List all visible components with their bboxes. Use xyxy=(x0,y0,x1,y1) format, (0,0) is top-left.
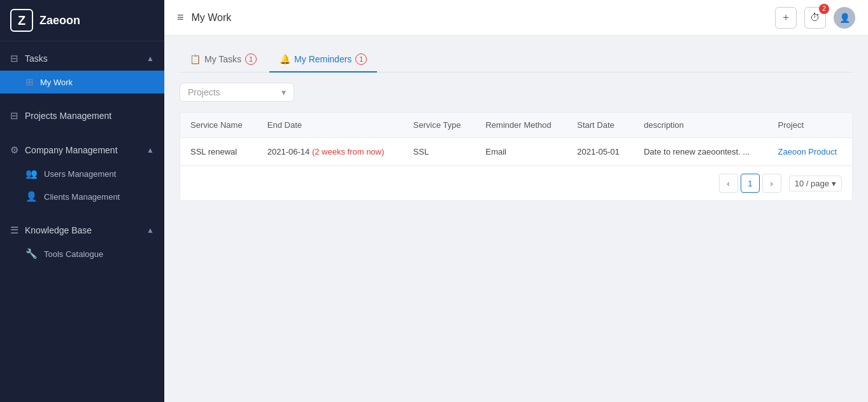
nav-projects-section: ⊟ Projects Management xyxy=(0,99,164,133)
nav-tasks-header[interactable]: ⊟ Tasks ▲ xyxy=(0,46,164,71)
avatar-icon: 👤 xyxy=(839,13,850,23)
projects-filter-label: Projects xyxy=(188,87,220,97)
logo-text: Zaeoon xyxy=(39,14,80,27)
table-header-row: Service Name End Date Service Type Remin… xyxy=(180,113,852,138)
prev-page-button[interactable]: ‹ xyxy=(719,174,738,193)
projects-filter[interactable]: Projects ▾ xyxy=(180,83,294,102)
sidebar-item-my-work[interactable]: ⊞ My Work xyxy=(0,71,164,94)
nav-tasks-section: ⊟ Tasks ▲ ⊞ My Work xyxy=(0,41,164,99)
sidebar: Z Zaeoon ⊟ Tasks ▲ ⊞ My Work ⊟ Projects … xyxy=(0,0,164,402)
projects-icon: ⊟ xyxy=(10,110,18,121)
end-date-urgent: (2 weeks from now) xyxy=(312,147,384,156)
cell-end-date: 2021-06-14 (2 weeks from now) xyxy=(257,138,403,166)
col-project: Project xyxy=(768,113,852,138)
sidebar-item-tools-catalogue[interactable]: 🔧 Tools Catalogue xyxy=(0,242,164,265)
col-end-date: End Date xyxy=(257,113,403,138)
next-page-button[interactable]: › xyxy=(762,174,781,193)
tools-icon: 🔧 xyxy=(25,248,38,260)
company-icon: ⚙ xyxy=(10,144,18,156)
logo-icon: Z xyxy=(10,9,33,32)
page-size-label: 10 / page xyxy=(795,179,829,188)
sidebar-item-my-work-label: My Work xyxy=(40,78,73,87)
tab-my-reminders-label: My Reminders xyxy=(294,54,352,64)
page-1-button[interactable]: 1 xyxy=(741,174,760,193)
nav-projects-label: Projects Management xyxy=(25,111,111,121)
cell-service-name: SSL renewal xyxy=(180,138,257,166)
reminders-tab-icon: 🔔 xyxy=(280,54,290,64)
page-size-chevron: ▾ xyxy=(832,179,836,188)
nav-tasks-label: Tasks xyxy=(25,53,48,64)
tasks-tab-icon: 📋 xyxy=(190,54,201,64)
nav-projects-header[interactable]: ⊟ Projects Management xyxy=(0,104,164,128)
col-start-date: Start Date xyxy=(567,113,634,138)
clients-icon: 👤 xyxy=(25,191,38,202)
end-date-value: 2021-06-14 xyxy=(267,147,310,156)
sidebar-item-tools-label: Tools Catalogue xyxy=(44,249,103,259)
page-content: 📋 My Tasks 1 🔔 My Reminders 1 Projects ▾… xyxy=(164,36,868,402)
col-reminder-method: Reminder Method xyxy=(475,113,567,138)
tasks-icon: ⊟ xyxy=(10,53,18,64)
my-work-icon: ⊞ xyxy=(25,76,34,88)
filter-chevron-icon: ▾ xyxy=(281,87,286,97)
page-size-selector[interactable]: 10 / page ▾ xyxy=(789,176,842,191)
nav-company-label: Company Management xyxy=(25,145,118,155)
cell-reminder-method: Email xyxy=(475,138,567,166)
nav-company-section: ⚙ Company Management ▲ 👥 Users Managemen… xyxy=(0,133,164,213)
tab-my-reminders[interactable]: 🔔 My Reminders 1 xyxy=(269,48,377,73)
col-service-type: Service Type xyxy=(403,113,476,138)
notification-badge: 2 xyxy=(819,4,829,14)
company-chevron: ▲ xyxy=(146,146,154,155)
tab-my-tasks[interactable]: 📋 My Tasks 1 xyxy=(180,48,267,73)
next-icon: › xyxy=(771,179,773,188)
cell-description: Date to renew zaeoontest. ... xyxy=(634,138,768,166)
sidebar-logo[interactable]: Z Zaeoon xyxy=(0,0,164,41)
tasks-tab-badge: 1 xyxy=(245,53,257,65)
notifications-button[interactable]: ⏱ 2 xyxy=(804,7,826,29)
tasks-chevron: ▲ xyxy=(146,54,154,63)
prev-icon: ‹ xyxy=(727,179,730,188)
avatar[interactable]: 👤 xyxy=(834,7,855,29)
nav-knowledge-header[interactable]: ☰ Knowledge Base ▲ xyxy=(0,218,164,242)
cell-service-type: SSL xyxy=(403,138,476,166)
page-1-label: 1 xyxy=(748,179,752,188)
main-content: ≡ My Work ＋ ⏱ 2 👤 📋 My Tasks 1 🔔 My xyxy=(164,0,868,402)
cell-project[interactable]: Zaeoon Product xyxy=(768,138,852,166)
nav-knowledge-label: Knowledge Base xyxy=(25,225,92,235)
topbar-actions: ＋ ⏱ 2 👤 xyxy=(775,7,855,29)
tab-bar: 📋 My Tasks 1 🔔 My Reminders 1 xyxy=(180,48,853,73)
filter-row: Projects ▾ xyxy=(180,83,853,102)
clock-icon: ⏱ xyxy=(810,12,820,24)
cell-start-date: 2021-05-01 xyxy=(567,138,634,166)
col-description: description xyxy=(634,113,768,138)
reminders-tab-badge: 1 xyxy=(355,53,367,65)
knowledge-icon: ☰ xyxy=(10,225,18,236)
sidebar-item-clients-management[interactable]: 👤 Clients Management xyxy=(0,185,164,208)
topbar: ≡ My Work ＋ ⏱ 2 👤 xyxy=(164,0,868,36)
users-icon: 👥 xyxy=(25,168,38,179)
project-link[interactable]: Zaeoon Product xyxy=(778,147,837,156)
tab-my-tasks-label: My Tasks xyxy=(204,54,241,64)
nav-company-header[interactable]: ⚙ Company Management ▲ xyxy=(0,138,164,162)
add-button[interactable]: ＋ xyxy=(775,7,797,29)
sidebar-item-clients-label: Clients Management xyxy=(44,192,120,202)
nav-knowledge-section: ☰ Knowledge Base ▲ 🔧 Tools Catalogue xyxy=(0,213,164,270)
knowledge-chevron: ▲ xyxy=(146,226,154,235)
col-service-name: Service Name xyxy=(180,113,257,138)
table-row: SSL renewal 2021-06-14 (2 weeks from now… xyxy=(180,138,852,166)
sidebar-item-users-management[interactable]: 👥 Users Management xyxy=(0,162,164,185)
sidebar-item-users-label: Users Management xyxy=(44,169,116,179)
plus-icon: ＋ xyxy=(781,11,791,24)
reminders-table-container: Service Name End Date Service Type Remin… xyxy=(180,112,853,201)
reminders-table: Service Name End Date Service Type Remin… xyxy=(180,113,852,165)
pagination: ‹ 1 › 10 / page ▾ xyxy=(180,165,852,200)
menu-icon[interactable]: ≡ xyxy=(177,11,184,24)
topbar-title: My Work xyxy=(192,12,767,24)
